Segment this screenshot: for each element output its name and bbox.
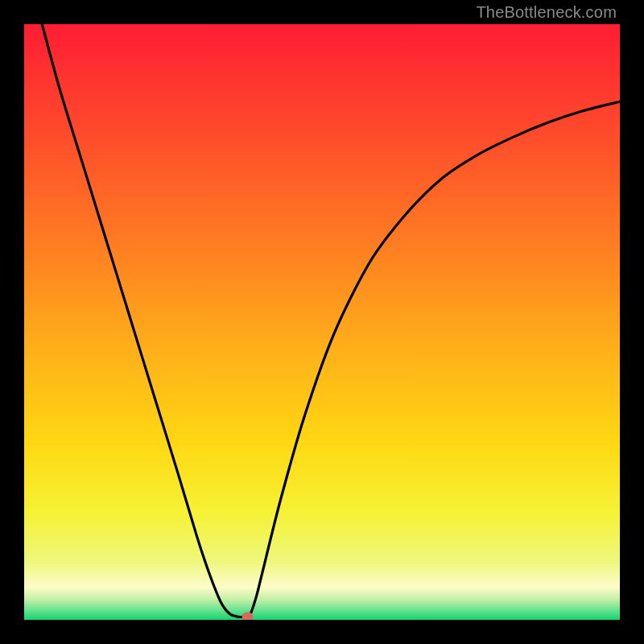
- chart-background: [24, 24, 620, 620]
- chart-frame: [24, 24, 620, 620]
- bottleneck-chart: [24, 24, 620, 620]
- watermark-text: TheBottleneck.com: [476, 3, 617, 22]
